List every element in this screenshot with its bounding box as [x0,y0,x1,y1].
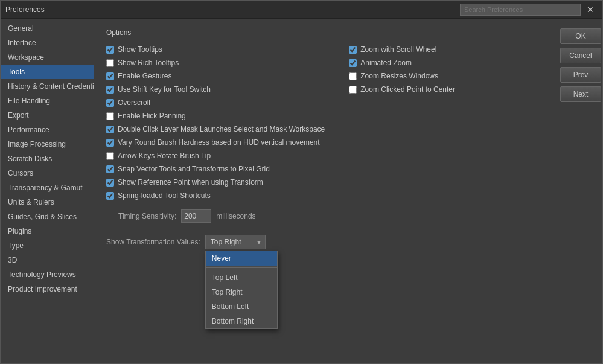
option-enable-gestures-label: Enable Gestures [118,72,171,80]
sidebar-item-performance[interactable]: Performance [1,123,94,137]
sidebar-item-units[interactable]: Units & Rulers [1,195,94,209]
transform-row: Show Transformation Values: Top Right Ne… [106,235,325,249]
option-shift-key[interactable]: Use Shift Key for Tool Switch [106,85,325,94]
checkbox-enable-gestures[interactable] [106,72,114,80]
option-enable-gestures[interactable]: Enable Gestures [106,72,325,80]
titlebar-right: ✕ [460,4,598,16]
sidebar-item-image-processing[interactable]: Image Processing [1,137,94,152]
checkbox-double-click[interactable] [106,126,114,133]
checkbox-arrow-keys[interactable] [106,152,114,160]
option-animated-zoom[interactable]: Animated Zoom [349,59,455,67]
sidebar-item-plugins[interactable]: Plugins [1,224,94,238]
sidebar-item-scratch-disks[interactable]: Scratch Disks [1,152,94,166]
option-zoom-scroll[interactable]: Zoom with Scroll Wheel [349,45,455,54]
sidebar-item-file-handling[interactable]: File Handling [1,94,94,108]
transform-select[interactable]: Top Right Never Top Left Bottom Left Bot… [205,235,266,249]
search-input[interactable] [460,4,581,16]
dropdown-item-never[interactable]: Never [206,251,277,266]
sidebar-item-3d[interactable]: 3D [1,253,94,267]
option-arrow-keys[interactable]: Arrow Keys Rotate Brush Tip [106,152,325,160]
option-zoom-resizes-label: Zoom Resizes Windows [360,72,438,80]
dropdown-item-top-right[interactable]: Top Right [206,285,277,299]
sidebar-item-history[interactable]: History & Content Credentials [1,79,94,94]
sidebar-item-product-improvement[interactable]: Product Improvement [1,282,94,296]
sidebar-item-interface[interactable]: Interface [1,36,94,50]
option-spring-loaded[interactable]: Spring-loaded Tool Shortcuts [106,191,325,200]
sidebar: General Interface Workspace Tools Histor… [1,19,94,363]
right-options-column: Zoom with Scroll Wheel Animated Zoom Zoo… [349,45,455,249]
option-shift-key-label: Use Shift Key for Tool Switch [118,85,211,94]
option-show-tooltips[interactable]: Show Tooltips [106,45,325,54]
checkbox-snap-vector[interactable] [106,165,114,173]
checkbox-zoom-resizes[interactable] [349,72,357,80]
option-show-tooltips-label: Show Tooltips [118,45,162,54]
option-overscroll[interactable]: Overscroll [106,98,325,107]
option-animated-zoom-label: Animated Zoom [360,59,412,67]
titlebar: Preferences ✕ [1,1,602,19]
checkbox-overscroll[interactable] [106,99,114,107]
sidebar-item-general[interactable]: General [1,21,94,36]
action-buttons: OK Cancel Prev Next [554,19,602,363]
prev-button[interactable]: Prev [560,67,601,83]
option-zoom-resizes[interactable]: Zoom Resizes Windows [349,72,455,80]
cancel-button[interactable]: Cancel [560,48,601,63]
close-button[interactable]: ✕ [583,4,598,15]
sidebar-item-transparency[interactable]: Transparency & Gamut [1,180,94,195]
option-brush-hardness-label: Vary Round Brush Hardness based on HUD v… [118,138,320,147]
next-button[interactable]: Next [560,86,601,102]
options-title: Options [106,28,542,37]
option-reference-point[interactable]: Show Reference Point when using Transfor… [106,178,325,187]
option-zoom-center-label: Zoom Clicked Point to Center [360,85,455,94]
dropdown-item-top-left[interactable]: Top Left [206,270,277,285]
checkbox-reference-point[interactable] [106,179,114,187]
checkbox-brush-hardness[interactable] [106,139,114,147]
option-zoom-scroll-label: Zoom with Scroll Wheel [360,45,436,54]
checkbox-zoom-scroll[interactable] [349,46,357,54]
transform-select-wrapper: Top Right Never Top Left Bottom Left Bot… [205,235,266,249]
timing-row: Timing Sensitivity: milliseconds [118,209,325,223]
sidebar-item-cursors[interactable]: Cursors [1,166,94,180]
option-spring-loaded-label: Spring-loaded Tool Shortcuts [118,191,211,200]
option-show-rich-tooltips[interactable]: Show Rich Tooltips [106,59,325,67]
dropdown-divider [206,266,277,268]
sidebar-item-type[interactable]: Type [1,238,94,253]
timing-value-input[interactable] [181,209,211,223]
option-flick-panning-label: Enable Flick Panning [118,112,186,120]
sidebar-item-tools[interactable]: Tools [1,65,94,79]
dropdown-item-bottom-left[interactable]: Bottom Left [206,299,277,314]
option-snap-vector-label: Snap Vector Tools and Transforms to Pixe… [118,165,270,173]
dialog-title: Preferences [5,5,45,14]
content-area: Options Show Tooltips Show Rich Tooltips… [94,19,554,363]
checkbox-spring-loaded[interactable] [106,192,114,200]
dropdown-item-bottom-right[interactable]: Bottom Right [206,314,277,328]
main-content: General Interface Workspace Tools Histor… [1,19,602,363]
checkbox-flick-panning[interactable] [106,112,114,120]
checkbox-show-tooltips[interactable] [106,46,114,54]
option-reference-point-label: Show Reference Point when using Transfor… [118,178,263,187]
option-snap-vector[interactable]: Snap Vector Tools and Transforms to Pixe… [106,165,325,173]
option-overscroll-label: Overscroll [118,98,150,107]
option-brush-hardness[interactable]: Vary Round Brush Hardness based on HUD v… [106,138,325,147]
checkbox-zoom-center[interactable] [349,86,357,94]
option-zoom-center[interactable]: Zoom Clicked Point to Center [349,85,455,94]
transform-dropdown-popup: Never Top Left Top Right Bottom Left Bot… [205,251,278,329]
ok-button[interactable]: OK [560,28,601,44]
sidebar-item-guides[interactable]: Guides, Grid & Slices [1,209,94,224]
option-arrow-keys-label: Arrow Keys Rotate Brush Tip [118,152,211,160]
option-double-click[interactable]: Double Click Layer Mask Launches Select … [106,125,325,133]
checkbox-shift-key[interactable] [106,86,114,94]
sidebar-item-export[interactable]: Export [1,108,94,123]
preferences-dialog: Preferences ✕ General Interface Workspac… [0,0,603,364]
options-grid: Show Tooltips Show Rich Tooltips Enable … [106,45,542,249]
transform-label: Show Transformation Values: [106,238,200,246]
timing-label: Timing Sensitivity: [118,212,176,220]
sidebar-item-workspace[interactable]: Workspace [1,50,94,65]
option-flick-panning[interactable]: Enable Flick Panning [106,112,325,120]
timing-unit-label: milliseconds [216,212,255,220]
option-double-click-label: Double Click Layer Mask Launches Select … [118,125,325,133]
sidebar-item-tech-previews[interactable]: Technology Previews [1,267,94,282]
option-show-rich-tooltips-label: Show Rich Tooltips [118,59,179,67]
checkbox-animated-zoom[interactable] [349,59,357,67]
checkbox-show-rich-tooltips[interactable] [106,59,114,67]
left-options-column: Show Tooltips Show Rich Tooltips Enable … [106,45,325,249]
